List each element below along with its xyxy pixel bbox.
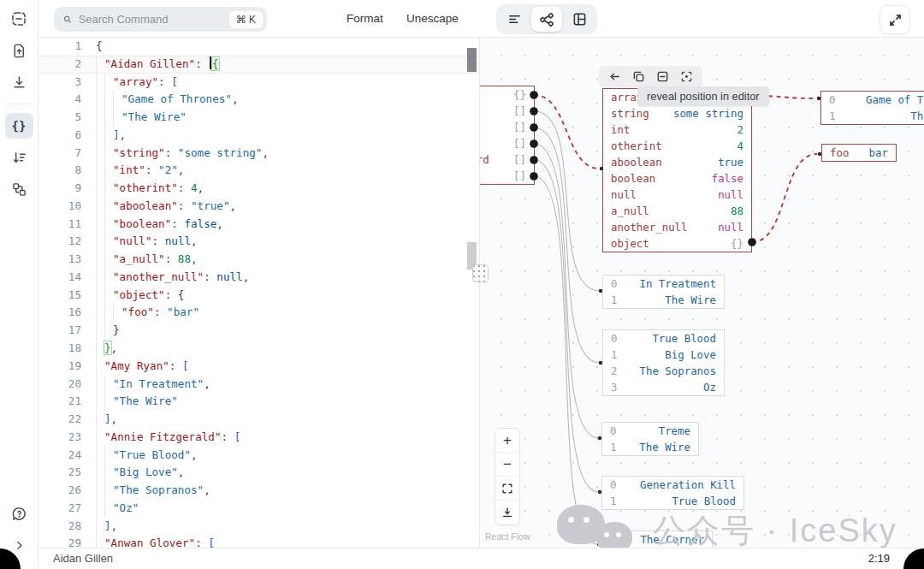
line-number: 1 (38, 38, 81, 56)
tree-view-tab[interactable] (499, 7, 530, 32)
graph-view-tab[interactable] (531, 7, 562, 32)
zoom-out-button[interactable]: − (495, 453, 519, 477)
code-line[interactable]: 2"Aidan Gillen": { (38, 56, 479, 74)
code-line[interactable]: 26"The Sopranos", (38, 482, 479, 500)
fullscreen-button[interactable] (880, 5, 910, 34)
zoom-in-button[interactable]: + (495, 429, 519, 453)
line-number: 27 (38, 500, 81, 518)
collapse-node-icon[interactable] (656, 70, 669, 83)
code-text: "a_null": 88, (113, 251, 198, 269)
code-text: ], (104, 411, 117, 429)
code-line[interactable]: 22], (38, 411, 479, 429)
import-file-icon[interactable] (5, 38, 33, 63)
code-line[interactable]: 16"foo": "bar" (38, 304, 479, 322)
code-line[interactable]: 29"Anwan Glover": [ (38, 535, 479, 548)
code-line[interactable]: 25"Big Love", (38, 464, 479, 482)
code-line[interactable]: 18}, (38, 340, 479, 358)
code-line[interactable]: 4"Game of Thrones", (38, 91, 479, 109)
code-text: ], (104, 518, 117, 536)
node-alexander-skarsgard[interactable]: 0Generation Kill1True Blood (601, 476, 744, 510)
node-anwan-glover[interactable]: 0Treme1The Wire (601, 422, 699, 456)
node-root[interactable]: Aidan Gillen{}Amy Ryan[]Annie Fitzgerald… (480, 86, 535, 185)
node-aidan-gillen[interactable]: array[]stringsome stringint2otherint4abo… (602, 88, 752, 252)
code-text: "null": null, (113, 233, 198, 251)
back-arrow-icon[interactable] (608, 70, 621, 83)
code-text: "The Sopranos", (113, 482, 210, 500)
code-line[interactable]: 14"another_null": null, (38, 269, 479, 287)
code-text: "Amy Ryan": [ (104, 358, 189, 376)
line-number: 23 (38, 429, 81, 447)
code-line[interactable]: 8"int": "2", (38, 162, 479, 180)
help-chat-icon[interactable] (5, 501, 33, 526)
line-number: 9 (38, 180, 81, 198)
code-line[interactable]: 12"null": null, (38, 233, 479, 251)
code-line[interactable]: 1{ (38, 38, 479, 56)
code-text: }, (104, 340, 117, 358)
code-text: "Big Love", (113, 464, 184, 482)
code-line[interactable]: 19"Amy Ryan": [ (38, 358, 479, 376)
panel-resize-handle[interactable] (472, 264, 489, 282)
code-line[interactable]: 5"The Wire" (38, 109, 479, 127)
code-line[interactable]: 15"object": { (38, 287, 479, 305)
code-line[interactable]: 17} (38, 322, 479, 340)
node-row: 1Big Love (603, 347, 724, 363)
code-line[interactable]: 24"True Blood", (38, 447, 479, 465)
code-editor[interactable]: 1{2"Aidan Gillen": {3"array": [4"Game of… (38, 38, 479, 548)
format-button[interactable]: Format (346, 0, 383, 38)
code-line[interactable]: 28], (38, 518, 479, 536)
node-row: 3Oz (603, 379, 724, 395)
code-line[interactable]: 21"The Wire" (38, 393, 479, 411)
react-flow-attribution[interactable]: React Flow (485, 531, 530, 542)
status-selected-path: Aidan Gillen (53, 552, 113, 565)
search-input[interactable] (79, 13, 229, 26)
code-text: "Oz" (113, 500, 139, 518)
line-number: 12 (38, 233, 81, 251)
node-row: object{} (603, 235, 751, 252)
download-icon[interactable] (5, 69, 33, 95)
node-annie-fitzgerald[interactable]: 0True Blood1Big Love2The Sopranos3Oz (602, 329, 725, 396)
node-row: Aidan Gillen{} (480, 86, 534, 103)
line-number: 20 (38, 376, 81, 394)
selected-edge (752, 154, 817, 242)
node-row: int2 (603, 122, 751, 138)
code-line[interactable]: 7"string": "some string", (38, 145, 479, 163)
code-text: "object": { (113, 287, 184, 305)
copy-icon[interactable] (632, 70, 645, 83)
json-editor-tab[interactable]: {} (5, 113, 33, 139)
code-line[interactable]: 20"In Treatment", (38, 376, 479, 394)
sort-icon[interactable] (5, 145, 33, 170)
table-view-icon (572, 12, 587, 27)
node-aidan-array[interactable]: 0Game of Thrones1The Wire (820, 91, 924, 125)
app-logo-icon[interactable] (5, 6, 33, 32)
download-image-button[interactable] (495, 501, 519, 525)
code-line[interactable]: 6], (38, 127, 479, 145)
code-line[interactable]: 27"Oz" (38, 500, 479, 518)
editor-scrollbar-thumb[interactable] (467, 48, 477, 72)
code-line[interactable]: 23"Annie Fitzgerald": [ (38, 429, 479, 447)
code-line[interactable]: 10"aboolean": "true", (38, 198, 479, 216)
code-text: "True Blood", (113, 447, 198, 465)
code-line[interactable]: 3"array": [ (38, 74, 479, 92)
graph-canvas[interactable]: Aidan Gillen{}Amy Ryan[]Annie Fitzgerald… (480, 38, 924, 548)
node-object-foo[interactable]: foobar (821, 144, 897, 162)
code-text: "otherint": 4, (113, 180, 204, 198)
search-command-box[interactable]: ⌘ K (54, 7, 267, 32)
node-alice-farmer[interactable]: 0The Corner (601, 530, 713, 548)
code-line[interactable]: 13"a_null": 88, (38, 251, 479, 269)
fit-view-button[interactable] (495, 477, 519, 501)
code-line[interactable]: 11"boolean": false, (38, 216, 479, 234)
icon-sidebar: {} (0, 0, 38, 569)
unescape-button[interactable]: Unescape (406, 0, 459, 38)
line-number: 22 (38, 411, 81, 429)
line-number: 17 (38, 322, 81, 340)
code-text: "foo": "bar" (121, 304, 199, 322)
table-view-tab[interactable] (564, 7, 595, 32)
reveal-position-icon[interactable] (680, 70, 693, 83)
node-row: 2The Sopranos (603, 363, 724, 379)
node-amy-ryan[interactable]: 0In Treatment1The Wire (602, 275, 725, 309)
code-text: "The Wire" (113, 393, 178, 411)
transform-flow-icon[interactable] (5, 176, 33, 202)
code-line[interactable]: 9"otherint": 4, (38, 180, 479, 198)
fit-view-icon (501, 483, 513, 495)
code-text: "another_null": null, (113, 269, 249, 287)
